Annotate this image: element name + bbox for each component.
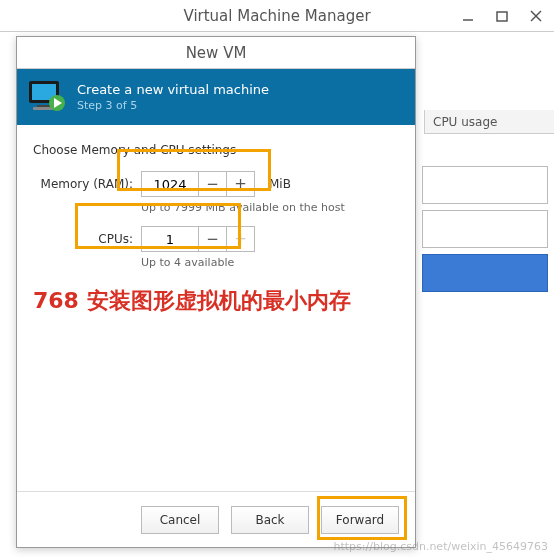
cpus-spinner: − + [141, 226, 255, 252]
maximize-icon [496, 10, 508, 22]
new-vm-dialog: New VM Create a new virtual machine Step… [16, 36, 416, 548]
vm-list-cell-selected[interactable] [422, 254, 548, 292]
cpus-row: CPUs: − + [33, 226, 399, 252]
vm-icon [27, 77, 67, 117]
memory-increment-button[interactable]: + [226, 172, 254, 196]
memory-hint: Up to 7999 MiB available on the host [141, 201, 399, 214]
annotation-text: 768 安装图形虚拟机的最小内存 [33, 281, 393, 321]
minimize-button[interactable] [454, 5, 482, 27]
cpus-input[interactable] [142, 227, 198, 251]
cpus-label: CPUs: [33, 232, 133, 246]
cancel-button[interactable]: Cancel [141, 506, 219, 534]
main-window-title: Virtual Machine Manager [183, 7, 370, 25]
memory-decrement-button[interactable]: − [198, 172, 226, 196]
cpu-usage-column-header: CPU usage [424, 110, 554, 134]
memory-spinner: − + [141, 171, 255, 197]
dialog-body: Choose Memory and CPU settings Memory (R… [17, 125, 415, 491]
forward-button[interactable]: Forward [321, 506, 399, 534]
minimize-icon [462, 10, 474, 22]
svg-rect-1 [497, 12, 507, 21]
vm-list-cell [422, 210, 548, 248]
close-icon [530, 10, 542, 22]
dialog-footer: Cancel Back Forward [17, 491, 415, 547]
cpus-decrement-button[interactable]: − [198, 227, 226, 251]
cpus-hint: Up to 4 available [141, 256, 399, 269]
maximize-button[interactable] [488, 5, 516, 27]
watermark: https://blog.csdn.net/weixin_45649763 [333, 540, 548, 553]
memory-input[interactable] [142, 172, 198, 196]
banner-title: Create a new virtual machine [77, 82, 269, 97]
svg-rect-6 [37, 105, 51, 107]
dialog-banner: Create a new virtual machine Step 3 of 5 [17, 69, 415, 125]
main-window-titlebar: Virtual Machine Manager [0, 0, 554, 32]
banner-step: Step 3 of 5 [77, 99, 269, 112]
back-button[interactable]: Back [231, 506, 309, 534]
memory-label: Memory (RAM): [33, 177, 133, 191]
cpus-increment-button[interactable]: + [226, 227, 254, 251]
vm-list-cell [422, 166, 548, 204]
close-button[interactable] [522, 5, 550, 27]
dialog-title: New VM [186, 44, 247, 62]
dialog-titlebar: New VM [17, 37, 415, 69]
section-label: Choose Memory and CPU settings [33, 143, 399, 157]
memory-row: Memory (RAM): − + MiB [33, 171, 399, 197]
memory-unit: MiB [269, 177, 291, 191]
